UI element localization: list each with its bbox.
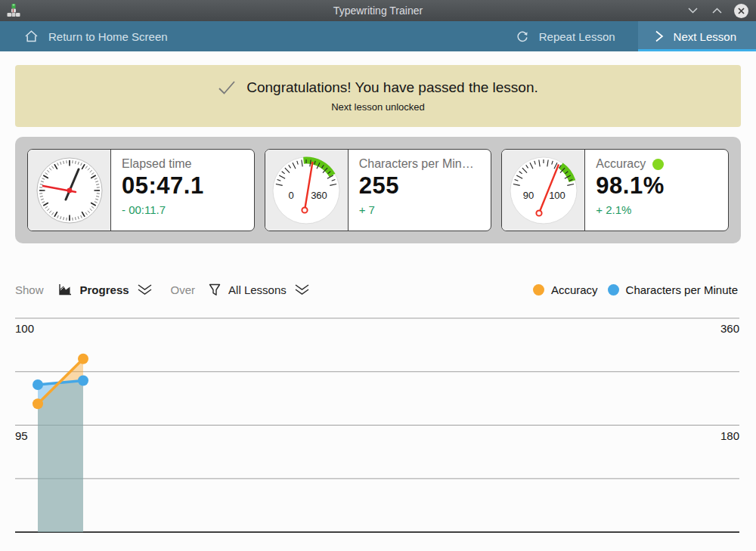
- maximize-icon[interactable]: [710, 4, 723, 17]
- toolbar-spacer: [191, 21, 493, 51]
- graph-filter-bar: Show Progress Over All Lessons: [15, 278, 741, 301]
- next-lesson-button[interactable]: Next Lesson: [638, 21, 756, 51]
- chart-legend: Accuracy Characters per Minute: [533, 283, 741, 296]
- result-banner: Congratulations! You have passed the les…: [15, 65, 741, 127]
- close-icon[interactable]: [734, 4, 748, 18]
- home-icon: [24, 29, 39, 43]
- repeat-lesson-button[interactable]: Repeat Lesson: [493, 21, 638, 51]
- cpm-legend-swatch: [608, 284, 619, 296]
- stat-delta: + 7: [359, 203, 481, 216]
- stat-delta: - 00:11.7: [122, 203, 243, 216]
- repeat-lesson-label: Repeat Lesson: [539, 30, 615, 43]
- stat-delta: + 2.1%: [596, 203, 717, 216]
- cpm-legend-label: Characters per Minute: [626, 283, 738, 296]
- next-lesson-label: Next Lesson: [674, 30, 736, 43]
- minimize-icon[interactable]: [686, 4, 699, 17]
- stat-value: 98.1%: [596, 172, 717, 200]
- stat-value: 05:47.1: [122, 172, 243, 200]
- status-green-dot: [652, 159, 664, 170]
- svg-text:95: 95: [15, 429, 28, 442]
- show-value: Progress: [80, 283, 129, 296]
- area-chart-icon: [57, 283, 73, 296]
- accuracy-card: 90 100 Accuracy 98.1% + 2.1%: [501, 149, 729, 231]
- stat-label: Accuracy: [596, 157, 717, 171]
- double-chevron-down-icon: [294, 284, 310, 296]
- show-selector[interactable]: Progress: [57, 283, 153, 296]
- double-chevron-down-icon: [137, 284, 153, 296]
- lessons-value: All Lessons: [228, 283, 287, 296]
- svg-text:90: 90: [523, 190, 534, 201]
- cpm-gauge-icon: 0 360: [265, 150, 349, 231]
- stat-label: Characters per Min…: [359, 157, 481, 171]
- svg-text:100: 100: [15, 322, 34, 335]
- app-icon: [5, 2, 22, 19]
- lessons-selector[interactable]: All Lessons: [209, 283, 310, 296]
- stat-label: Elapsed time: [122, 157, 243, 171]
- cpm-card: 0 360 Characters per Min… 255 + 7: [265, 149, 492, 231]
- checkmark-icon: [218, 80, 236, 95]
- svg-text:0: 0: [289, 190, 294, 201]
- return-home-label: Return to Home Screen: [48, 30, 168, 43]
- svg-text:180: 180: [720, 429, 739, 442]
- stats-container: Elapsed time 05:47.1 - 00:11.7 0 360: [15, 137, 741, 243]
- return-home-button[interactable]: Return to Home Screen: [0, 21, 191, 51]
- show-label: Show: [15, 283, 44, 296]
- filter-funnel-icon: [209, 283, 221, 296]
- app-window: Typewriting Trainer Return to Home Scree…: [0, 0, 756, 551]
- svg-text:360: 360: [311, 190, 327, 201]
- elapsed-time-card: Elapsed time 05:47.1 - 00:11.7: [27, 149, 255, 231]
- over-label: Over: [171, 283, 196, 296]
- chevron-right-icon: [655, 30, 664, 42]
- stat-value: 255: [359, 172, 481, 200]
- clock-icon: [28, 150, 111, 231]
- progress-chart-canvas: 10095360180: [0, 308, 756, 551]
- window-controls: [686, 4, 756, 18]
- accuracy-gauge-icon: 90 100: [502, 150, 585, 231]
- svg-text:100: 100: [549, 190, 565, 201]
- accuracy-legend-label: Accuracy: [551, 283, 598, 296]
- window-title: Typewriting Trainer: [0, 5, 756, 17]
- accuracy-legend-swatch: [533, 284, 544, 296]
- toolbar: Return to Home Screen Repeat Lesson Next…: [0, 21, 756, 51]
- svg-text:360: 360: [720, 322, 739, 335]
- banner-title: Congratulations! You have passed the les…: [246, 79, 538, 96]
- progress-chart: 10095360180: [0, 308, 756, 551]
- repeat-icon: [516, 29, 529, 43]
- title-bar: Typewriting Trainer: [0, 0, 756, 21]
- banner-subtitle: Next lesson unlocked: [331, 101, 425, 113]
